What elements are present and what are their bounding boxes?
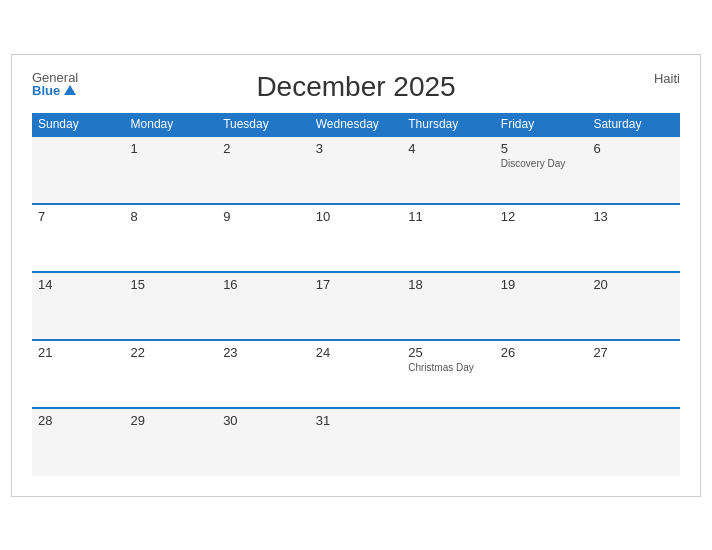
day-number: 25 xyxy=(408,345,489,360)
calendar-cell: 18 xyxy=(402,272,495,340)
calendar-body: 12345Discovery Day6789101112131415161718… xyxy=(32,136,680,476)
calendar-week-0: 12345Discovery Day6 xyxy=(32,136,680,204)
calendar-cell: 12 xyxy=(495,204,588,272)
day-number: 26 xyxy=(501,345,582,360)
calendar-week-1: 78910111213 xyxy=(32,204,680,272)
calendar-week-4: 28293031 xyxy=(32,408,680,476)
day-number: 28 xyxy=(38,413,119,428)
calendar-cell: 24 xyxy=(310,340,403,408)
calendar-cell: 29 xyxy=(125,408,218,476)
logo-blue-text: Blue xyxy=(32,84,78,97)
calendar-cell: 27 xyxy=(587,340,680,408)
calendar-week-3: 2122232425Christmas Day2627 xyxy=(32,340,680,408)
calendar-thead: Sunday Monday Tuesday Wednesday Thursday… xyxy=(32,113,680,136)
calendar-cell: 20 xyxy=(587,272,680,340)
day-number: 10 xyxy=(316,209,397,224)
day-number: 1 xyxy=(131,141,212,156)
day-number: 7 xyxy=(38,209,119,224)
header-wednesday: Wednesday xyxy=(310,113,403,136)
day-number: 2 xyxy=(223,141,304,156)
calendar-cell: 26 xyxy=(495,340,588,408)
calendar-cell xyxy=(32,136,125,204)
calendar-cell: 25Christmas Day xyxy=(402,340,495,408)
day-number: 16 xyxy=(223,277,304,292)
header-sunday: Sunday xyxy=(32,113,125,136)
calendar-cell xyxy=(402,408,495,476)
header-saturday: Saturday xyxy=(587,113,680,136)
day-number: 29 xyxy=(131,413,212,428)
logo-triangle-icon xyxy=(64,85,76,95)
day-number: 27 xyxy=(593,345,674,360)
header-friday: Friday xyxy=(495,113,588,136)
day-number: 19 xyxy=(501,277,582,292)
calendar-cell: 15 xyxy=(125,272,218,340)
day-number: 17 xyxy=(316,277,397,292)
calendar-cell: 6 xyxy=(587,136,680,204)
calendar-cell: 5Discovery Day xyxy=(495,136,588,204)
day-number: 23 xyxy=(223,345,304,360)
day-number: 5 xyxy=(501,141,582,156)
calendar-cell: 4 xyxy=(402,136,495,204)
header-monday: Monday xyxy=(125,113,218,136)
calendar-title: December 2025 xyxy=(256,71,455,103)
calendar-cell: 9 xyxy=(217,204,310,272)
day-number: 12 xyxy=(501,209,582,224)
calendar-container: General Blue December 2025 Haiti Sunday … xyxy=(11,54,701,497)
calendar-cell: 10 xyxy=(310,204,403,272)
calendar-cell: 30 xyxy=(217,408,310,476)
day-number: 13 xyxy=(593,209,674,224)
calendar-cell: 23 xyxy=(217,340,310,408)
calendar-cell: 1 xyxy=(125,136,218,204)
calendar-cell: 3 xyxy=(310,136,403,204)
calendar-cell: 8 xyxy=(125,204,218,272)
calendar-table: Sunday Monday Tuesday Wednesday Thursday… xyxy=(32,113,680,476)
calendar-cell: 28 xyxy=(32,408,125,476)
day-number: 24 xyxy=(316,345,397,360)
calendar-cell: 7 xyxy=(32,204,125,272)
calendar-cell: 16 xyxy=(217,272,310,340)
day-number: 14 xyxy=(38,277,119,292)
calendar-cell: 31 xyxy=(310,408,403,476)
day-number: 4 xyxy=(408,141,489,156)
header-thursday: Thursday xyxy=(402,113,495,136)
calendar-cell: 11 xyxy=(402,204,495,272)
day-number: 11 xyxy=(408,209,489,224)
day-number: 15 xyxy=(131,277,212,292)
calendar-cell: 19 xyxy=(495,272,588,340)
header-row: Sunday Monday Tuesday Wednesday Thursday… xyxy=(32,113,680,136)
calendar-week-2: 14151617181920 xyxy=(32,272,680,340)
day-number: 20 xyxy=(593,277,674,292)
header-tuesday: Tuesday xyxy=(217,113,310,136)
calendar-cell: 22 xyxy=(125,340,218,408)
holiday-name: Discovery Day xyxy=(501,158,582,169)
logo: General Blue xyxy=(32,71,78,97)
day-number: 3 xyxy=(316,141,397,156)
day-number: 6 xyxy=(593,141,674,156)
holiday-name: Christmas Day xyxy=(408,362,489,373)
day-number: 9 xyxy=(223,209,304,224)
calendar-cell xyxy=(495,408,588,476)
country-label: Haiti xyxy=(654,71,680,86)
day-number: 30 xyxy=(223,413,304,428)
calendar-cell xyxy=(587,408,680,476)
day-number: 8 xyxy=(131,209,212,224)
calendar-cell: 17 xyxy=(310,272,403,340)
calendar-cell: 14 xyxy=(32,272,125,340)
day-number: 31 xyxy=(316,413,397,428)
calendar-cell: 2 xyxy=(217,136,310,204)
logo-general-text: General xyxy=(32,71,78,84)
day-number: 18 xyxy=(408,277,489,292)
day-number: 21 xyxy=(38,345,119,360)
calendar-cell: 13 xyxy=(587,204,680,272)
day-number: 22 xyxy=(131,345,212,360)
calendar-header: General Blue December 2025 Haiti xyxy=(32,71,680,103)
calendar-cell: 21 xyxy=(32,340,125,408)
